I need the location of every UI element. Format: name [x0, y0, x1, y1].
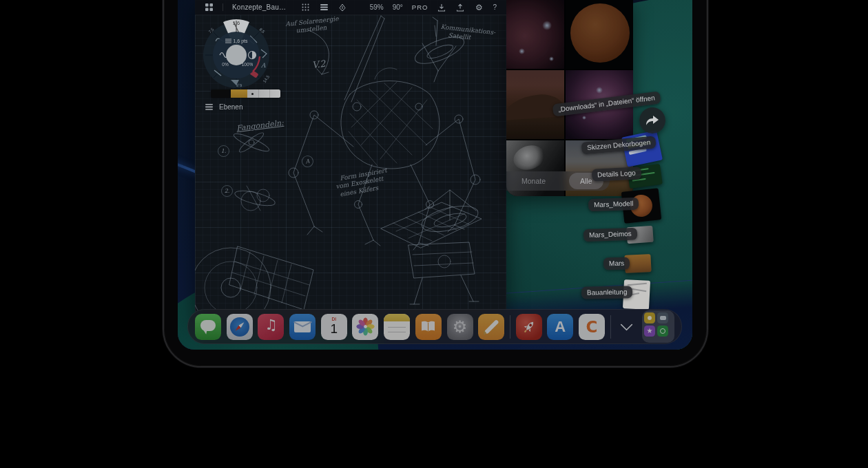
concepts-icon: C: [586, 318, 597, 336]
dock-item-rocket[interactable]: [516, 314, 542, 340]
dock-suggested-apps[interactable]: ★: [642, 310, 674, 343]
rocket-icon: [518, 316, 539, 337]
target-mini-icon: [657, 326, 668, 337]
dock-divider: [610, 315, 611, 339]
settings-gear-button[interactable]: ⚙: [474, 3, 484, 12]
dock-divider: [510, 315, 510, 339]
tab-monate[interactable]: Monate: [513, 177, 554, 185]
dock-item-music[interactable]: ♫: [258, 314, 284, 340]
wheel-selected-size: 1,6: [233, 20, 240, 26]
star-mini-icon: ★: [644, 326, 655, 337]
drag-label-bauanleitung: Bauanleitung: [581, 284, 633, 299]
wheel-size-d: 6,8: [236, 83, 242, 87]
drag-label-mars-deimos: Mars_Deimos: [583, 226, 637, 242]
zoom-level-button[interactable]: 59%: [370, 3, 384, 11]
appstore-icon: A: [555, 318, 566, 336]
swatch-black: [211, 89, 231, 98]
swatch-divider: [269, 89, 270, 98]
swatch-marker-dot: [251, 93, 254, 95]
swatch-gold: [231, 89, 247, 98]
dock-item-safari[interactable]: [227, 314, 253, 340]
ipad-screen: Auf Solarenergie umstellen Kommunikation…: [178, 0, 692, 350]
swatch-divider: [258, 89, 259, 98]
annotation-version: V.2: [311, 58, 327, 72]
help-button[interactable]: ?: [493, 3, 497, 11]
music-icon: ♫: [258, 317, 284, 333]
drag-label-details: Details Logo: [592, 165, 642, 181]
dock-item-appstore[interactable]: A: [547, 314, 573, 340]
dock-item-messages[interactable]: [195, 314, 221, 340]
books-icon: [420, 321, 436, 332]
dock-item-photos[interactable]: [352, 314, 378, 340]
annotation-number-2: 2.: [221, 185, 233, 197]
color-swatch-bar[interactable]: [211, 89, 280, 98]
hamburger-icon: [205, 104, 213, 110]
tips-mini-icon: [644, 312, 655, 323]
concepts-toolbar: Konzepte_Bau… 59% 90° PRO: [195, 0, 506, 15]
import-download-button[interactable]: [437, 3, 446, 12]
app-grid-button[interactable]: [204, 3, 214, 12]
dock-item-concepts[interactable]: C: [579, 314, 605, 340]
layers-label: Ebenen: [219, 103, 242, 111]
photos-flower-icon: [356, 317, 375, 336]
chevron-down-icon: [620, 318, 632, 330]
drop-arrow-badge: [639, 107, 665, 134]
swatch-light: [247, 89, 281, 98]
wheel-max-label: 100%: [242, 62, 254, 67]
camera-mini-icon: [657, 312, 668, 323]
tool-wheel[interactable]: A 1,6 7,5 8,5: [200, 17, 272, 89]
dots-grid-button[interactable]: [300, 3, 310, 12]
dock-item-notes[interactable]: [384, 314, 410, 340]
wheel-size-c: 14,5: [262, 74, 271, 84]
calendar-weekday: Di: [321, 317, 347, 321]
annotation-number-1: 1.: [218, 145, 229, 157]
wheel-size-label: 1,6 pts: [233, 39, 248, 44]
dock-item-settings[interactable]: ⚙: [447, 314, 473, 340]
pro-badge-button[interactable]: PRO: [412, 3, 428, 11]
wheel-min-label: 0%: [222, 62, 229, 67]
dock-item-sketch-pen[interactable]: [478, 314, 504, 340]
document-title[interactable]: Konzepte_Bau…: [232, 3, 286, 11]
drag-label-mars: Mars: [603, 256, 630, 270]
export-share-button[interactable]: [455, 3, 465, 12]
pen-icon: [484, 319, 499, 334]
layers-button[interactable]: Ebenen: [205, 103, 242, 111]
svg-text:A: A: [260, 62, 266, 69]
notes-icon: [384, 314, 410, 321]
forward-arrow-icon: [645, 115, 659, 126]
dock-chevron-button[interactable]: [616, 317, 637, 337]
dock-item-books[interactable]: [415, 314, 442, 340]
settings-gear-icon: ⚙: [453, 319, 468, 335]
calendar-day: 1: [321, 322, 347, 335]
dock-item-mail[interactable]: [289, 314, 316, 340]
pen-nib-button[interactable]: [338, 3, 347, 12]
layers-stack-button[interactable]: [319, 3, 329, 12]
concepts-app-window: Auf Solarenergie umstellen Kommunikation…: [195, 0, 506, 325]
drag-label-mars-modell: Mars_Modell: [588, 196, 639, 211]
dock: ♫ Di 1: [187, 309, 682, 344]
rotation-button[interactable]: 90°: [393, 3, 403, 11]
toolbar-divider: [223, 3, 223, 11]
dock-item-calendar[interactable]: Di 1: [321, 314, 347, 340]
